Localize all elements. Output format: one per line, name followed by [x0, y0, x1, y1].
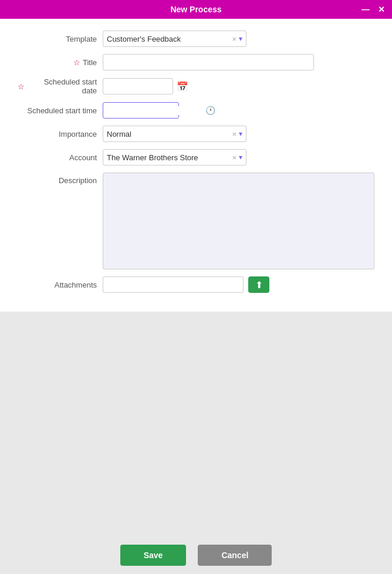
- date-input[interactable]: 29/11/2019: [103, 78, 173, 94]
- minimize-button[interactable]: —: [359, 5, 372, 13]
- template-row: Template Customer's Feedback × ▾: [18, 31, 374, 47]
- template-clear-button[interactable]: ×: [232, 35, 236, 43]
- attachments-input[interactable]: [103, 276, 244, 293]
- scheduled-date-star: ☆: [18, 82, 25, 91]
- importance-select[interactable]: Normal × ▾: [103, 126, 246, 142]
- clock-icon[interactable]: 🕐: [205, 106, 215, 115]
- close-button[interactable]: ✕: [376, 5, 387, 13]
- window-controls: — ✕: [359, 5, 387, 13]
- form-area: Template Customer's Feedback × ▾ ☆ Title…: [0, 19, 392, 312]
- scheduled-start-date-row: ☆ Scheduled start date 29/11/2019 📅: [18, 77, 374, 95]
- scheduled-start-date-label: ☆ Scheduled start date: [18, 77, 103, 95]
- attachments-row: Attachments ⬆: [18, 276, 374, 293]
- importance-row: Importance Normal × ▾: [18, 126, 374, 142]
- description-label: Description: [18, 173, 103, 185]
- importance-label: Importance: [18, 130, 103, 139]
- title-input[interactable]: [103, 54, 314, 70]
- importance-value: Normal: [107, 130, 232, 139]
- account-clear-button[interactable]: ×: [232, 153, 236, 162]
- account-row: Account The Warner Brothers Store × ▾: [18, 149, 374, 166]
- footer: Save Cancel: [0, 536, 392, 574]
- scheduled-start-time-label: Scheduled start time: [18, 106, 103, 115]
- account-label: Account: [18, 153, 103, 162]
- content-spacer: [0, 312, 392, 536]
- calendar-icon[interactable]: 📅: [177, 81, 188, 92]
- attachments-label: Attachments: [18, 281, 103, 289]
- account-value: The Warner Brothers Store: [107, 153, 232, 162]
- dialog-title: New Process: [170, 5, 221, 14]
- template-label: Template: [18, 35, 103, 43]
- cancel-button[interactable]: Cancel: [198, 545, 272, 566]
- account-dropdown-icon[interactable]: ▾: [239, 153, 242, 161]
- description-textarea[interactable]: [103, 173, 374, 269]
- upload-button[interactable]: ⬆: [248, 276, 269, 293]
- time-input[interactable]: [107, 106, 205, 115]
- time-wrapper[interactable]: 🕐: [103, 102, 179, 119]
- upload-icon: ⬆: [255, 279, 263, 291]
- title-row: ☆ Title: [18, 54, 374, 70]
- template-dropdown-icon[interactable]: ▾: [239, 35, 242, 43]
- title-star: ☆: [73, 58, 80, 67]
- title-label: ☆ Title: [18, 58, 103, 67]
- importance-dropdown-icon[interactable]: ▾: [239, 130, 242, 138]
- template-value: Customer's Feedback: [107, 35, 232, 43]
- scheduled-start-time-row: Scheduled start time 🕐: [18, 102, 374, 119]
- description-row: Description: [18, 173, 374, 269]
- account-select[interactable]: The Warner Brothers Store × ▾: [103, 149, 246, 166]
- title-bar: New Process — ✕: [0, 0, 392, 19]
- date-wrapper: 29/11/2019 📅: [103, 78, 188, 94]
- importance-clear-button[interactable]: ×: [232, 130, 236, 139]
- save-button[interactable]: Save: [120, 545, 187, 566]
- attachments-wrapper: ⬆: [103, 276, 269, 293]
- template-select[interactable]: Customer's Feedback × ▾: [103, 31, 246, 47]
